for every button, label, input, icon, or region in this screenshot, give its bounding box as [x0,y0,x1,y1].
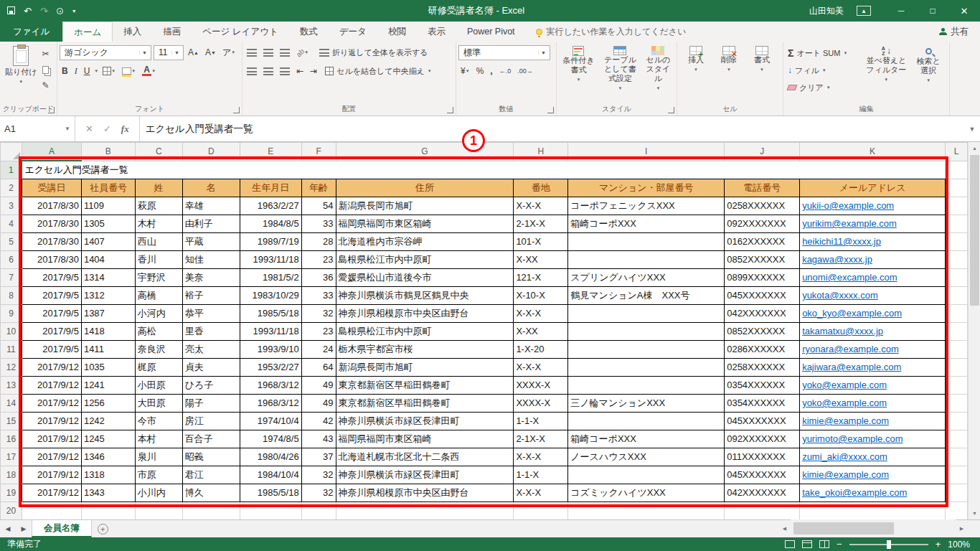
cell[interactable]: 32 [301,484,336,502]
column-header-K[interactable]: K [800,143,946,161]
name-box-caret-icon[interactable]: ▼ [65,126,70,132]
row-header-10[interactable]: 10 [1,323,22,341]
cell[interactable]: 知佳 [182,251,240,269]
cell[interactable]: 092XXXXXXX [725,430,800,448]
tab-1[interactable]: ホーム [62,22,113,42]
cell[interactable]: 045XXXXXXX [725,287,800,305]
column-header-G[interactable]: G [336,143,514,161]
cell[interactable]: 0162XXXXXX [725,233,800,251]
table-header-cell[interactable]: 番地 [514,179,568,197]
zoom-out-icon[interactable]: − [837,540,842,549]
cell[interactable] [945,413,967,430]
cell[interactable]: 1985/5/18 [240,305,301,323]
cell[interactable]: 1953/2/27 [240,359,301,377]
cell[interactable]: 2017/9/12 [22,466,81,484]
cell[interactable] [945,197,967,215]
email-link[interactable]: yukota@xxxx.com [802,290,878,301]
cell[interactable]: 小河内 [135,305,182,323]
cell[interactable]: 092XXXXXXX [725,215,800,233]
cell[interactable] [945,359,967,377]
scroll-right-icon[interactable]: ▶ [956,519,968,537]
column-header-F[interactable]: F [301,143,336,161]
cell[interactable]: 1984/8/5 [240,215,301,233]
cell[interactable]: 2017/9/5 [22,269,81,287]
cell[interactable]: 2-1X-X [514,215,568,233]
row-header-12[interactable]: 12 [1,359,22,377]
cell[interactable]: 2017/9/12 [22,413,81,430]
cell[interactable]: 神奈川県相模原市中央区由野台 [336,305,514,323]
email-link[interactable]: kimie@example.com [802,415,889,426]
email-link[interactable]: kimie@example.com [802,469,889,480]
email-link[interactable]: kajiwara@example.com [802,362,901,372]
cell[interactable]: 房江 [182,413,240,430]
cell[interactable]: 2017/8/30 [22,215,81,233]
cell[interactable]: 美奈 [182,269,240,287]
comma-format-icon[interactable]: , [488,64,494,78]
cell[interactable]: 23 [301,251,336,269]
decrease-font-icon[interactable]: A▼ [203,45,218,60]
cell[interactable] [568,466,725,484]
cell[interactable]: 1256 [81,395,135,413]
cell[interactable]: 島根県松江市内中原町 [336,323,514,341]
copy-icon[interactable] [40,62,52,77]
cell[interactable]: 香川 [135,251,182,269]
cell[interactable] [945,484,967,502]
cell[interactable]: 梶原 [135,359,182,377]
cell[interactable]: 2017/8/30 [22,233,81,251]
close-button[interactable]: ✕ [948,0,980,22]
column-header-C[interactable]: C [135,143,182,161]
tab-6[interactable]: データ [329,22,377,42]
table-header-cell[interactable]: 姓 [135,179,182,197]
touch-mode-icon[interactable] [57,6,63,16]
cell[interactable] [182,502,240,520]
wrap-text-button[interactable]: 折り返して全体を表示する [317,44,430,60]
tab-file[interactable]: ファイル [0,22,62,42]
format-painter-icon[interactable]: ✎ [40,78,52,93]
cell[interactable]: 1387 [81,305,135,323]
cell[interactable]: 2017/9/12 [22,430,81,448]
cell[interactable]: 昭義 [182,448,240,466]
cell[interactable] [945,448,967,466]
row-header-5[interactable]: 5 [1,233,22,251]
row-header-13[interactable]: 13 [1,377,22,395]
column-header-E[interactable]: E [240,143,301,161]
cell[interactable]: 1404 [81,251,135,269]
cell[interactable] [945,161,967,179]
email-link[interactable]: zumi_aki@xxxx.com [802,451,887,462]
cell[interactable]: 1407 [81,233,135,251]
align-center-icon[interactable] [261,64,275,78]
cell[interactable]: 市原 [135,466,182,484]
email-link[interactable]: unomi@excample.com [802,272,897,283]
styles-dialog-launcher-icon[interactable] [668,107,674,113]
cell[interactable]: 奈良沢 [135,341,182,359]
cell[interactable]: 三ノ輪マンションXXX [568,395,725,413]
cell[interactable]: X-X-X [514,305,568,323]
save-icon[interactable] [7,6,15,16]
cell[interactable]: 1343 [81,484,135,502]
cell[interactable] [945,233,967,251]
cell[interactable] [945,269,967,287]
cell[interactable]: 1968/3/12 [240,395,301,413]
cell[interactable] [22,502,81,520]
cell[interactable] [240,502,301,520]
cell[interactable] [568,323,725,341]
cell-styles-button[interactable]: セルのスタイル▼ [642,44,674,103]
cell[interactable]: 本村 [135,430,182,448]
cell[interactable]: 福岡県福岡市東区箱崎 [336,430,514,448]
zoom-in-icon[interactable]: + [936,540,941,549]
cell[interactable] [301,502,336,520]
customize-qat-caret-icon[interactable]: ▼ [72,9,77,14]
cell[interactable]: 木村 [135,215,182,233]
cell[interactable]: 宇野沢 [135,269,182,287]
conditional-formatting-button[interactable]: 条件付き書式▼ [559,44,598,103]
cell[interactable]: 1314 [81,269,135,287]
tab-5[interactable]: 数式 [289,22,329,42]
align-left-icon[interactable] [245,64,259,78]
table-header-cell[interactable]: 住所 [336,179,514,197]
cell[interactable]: 0354XXXXXX [725,395,800,413]
cell[interactable]: 32 [301,466,336,484]
cell[interactable]: 今市 [135,413,182,430]
cell[interactable]: 1-X-20 [514,341,568,359]
cell[interactable]: 2017/8/30 [22,251,81,269]
clipboard-dialog-launcher-icon[interactable] [48,107,55,113]
